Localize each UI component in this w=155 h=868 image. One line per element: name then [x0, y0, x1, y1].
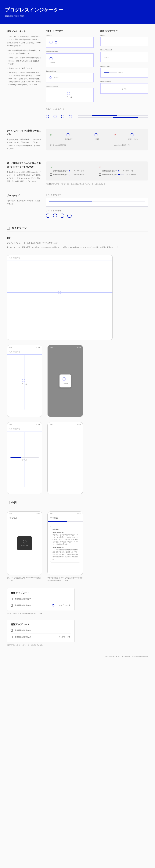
spinner-icon	[49, 57, 53, 60]
file-name: 審査用登記簿(表).pdf	[15, 629, 31, 631]
placement-mockup-large: 待受件名	[7, 255, 113, 340]
spinner-stacked-sample: ラベル	[46, 53, 94, 67]
upload-row: 審査用登記簿(表).pdf	[11, 628, 70, 633]
guide-text: プログレスインジケーターは全体の中心に対して中心に配置します。	[7, 242, 148, 245]
tos-title: 利用規約	[53, 528, 78, 530]
upload-card-linear: 書類アップロード 審査用登記簿(表).pdf 審査用登記簿(表).pdfアップロ…	[7, 620, 74, 642]
file-status: アップロード中	[74, 174, 84, 176]
file-name: 審査用登記簿 (表).pdf	[102, 170, 117, 172]
proto-label: プロトタイプビュー	[46, 194, 148, 196]
time: 9:41	[50, 424, 53, 425]
gear-icon	[9, 257, 12, 259]
rule-desc: 最もわかりやすい状態の説明は、ユーザーのアクションに対し「何のために」「何をして…	[7, 138, 41, 150]
linear-label: ラベル	[104, 56, 145, 59]
spinner-icon	[49, 76, 52, 79]
usecase-mockup-overlay: 9:41•ıl ⁵G ■ アプリ名 読み込み中	[7, 512, 42, 575]
app-name: アプリ名	[48, 516, 83, 521]
file-icon	[50, 173, 52, 176]
animation-preview	[46, 113, 148, 120]
variant-label: Spinner/Stacked	[46, 51, 94, 53]
upload-title: 書類アップロード	[11, 623, 70, 626]
file-row: 審査用登記簿 (裏).pdfアップロード中	[99, 173, 144, 176]
signal-icons: •ıl ⁵G ■	[36, 513, 40, 515]
spinner-icon	[55, 41, 57, 44]
status-bar: 9:41•ıl ⁵G ■	[7, 345, 42, 349]
upload-row: 審査用登記簿(表).pdfアップロード中	[11, 635, 70, 639]
spinner-overlay-sample: ラベル	[46, 88, 94, 102]
linear-label: ラベル	[10, 459, 39, 461]
spinner-label: ラベル	[63, 382, 68, 384]
time: 9:41	[9, 513, 12, 515]
linear-inline-sample: ラベル	[100, 68, 148, 78]
example-good-bad: ○ 読み込み中 検索中 × お待ちください アクションの状態を明確 あいまいな指…	[46, 129, 148, 150]
spinner-icon	[69, 115, 72, 118]
spinner-icon	[22, 379, 25, 382]
cross-icon: ×	[99, 166, 144, 169]
upload-card-spinner: 書類アップロード 審査用登記簿(表).pdf 審査用登記簿(表).pdfアップロ…	[7, 588, 74, 611]
upload-row: 審査用登記簿(表).pdfアップロード中	[11, 603, 70, 608]
spinner-icon	[130, 133, 134, 136]
spinner-inline-sample: ラベル	[46, 73, 94, 83]
tos-article: 第2条 (利用規約)	[53, 546, 78, 549]
app-name-text: アプリ名	[9, 517, 17, 520]
signal-icons: •ıl ⁵G ■	[36, 346, 40, 348]
app-name: アプリ名	[7, 516, 42, 521]
linear-bar	[118, 174, 124, 175]
list-item: ラベルとセットで表示できます。	[7, 67, 41, 70]
spinner-icon	[52, 604, 55, 607]
file-row: 審査用登記簿 (表).pdfアップロード中	[99, 169, 144, 173]
guide-heading: 配置	[7, 237, 148, 240]
spinner-icon	[67, 92, 70, 95]
proto-desc: Figmaのプレビューでアニメーションを確認できます。	[7, 199, 41, 206]
file-row: 審査用登記簿 (裏).pdfアップロード中	[50, 173, 95, 176]
section-header: 作例	[7, 501, 148, 506]
file-status: アップロード中	[125, 174, 136, 176]
mock-title-text: 待受件名	[13, 256, 21, 259]
spinner-label: ラベル	[54, 76, 59, 79]
check-icon: ○	[50, 166, 95, 169]
example-label: 検索中	[95, 138, 99, 140]
rule-heading: 同一の要素やアクションに異なる形のインジケーターを用いない	[7, 161, 41, 168]
status-bar: 9:41•ıl ⁵G ■	[7, 422, 42, 426]
status-bar: 9:41•ıl ⁵G ■	[48, 422, 83, 426]
time: 9:41	[9, 346, 12, 348]
list-item: スピナーもプログレスバーも何周もすることでユーザーがゴールを見失うと、ユーザーが…	[7, 71, 41, 87]
linear-bar	[104, 72, 117, 73]
loading-overlay: 読み込み中	[17, 536, 32, 550]
variant-label: Spinner/Overlay	[46, 85, 94, 87]
variant-label: Spinner/Inline	[46, 70, 94, 72]
time: 9:41	[50, 346, 53, 348]
signal-icons: •ıl ⁵G ■	[76, 346, 81, 348]
file-status: アップロード中	[74, 170, 84, 172]
example-label: 読み込み中	[65, 138, 73, 140]
creation-date: 2023年10月18日 作成	[5, 15, 150, 18]
proto-preview[interactable]	[46, 198, 148, 207]
file-icon	[11, 598, 13, 600]
rule-heading: ラベルでアクションの状態を明確にする	[7, 129, 41, 136]
check-icon: ○	[50, 133, 52, 136]
linear-bar	[49, 203, 145, 204]
placement-mockup-light: 9:41•ıl ⁵G ■ 待受件名 ラベル	[7, 345, 42, 417]
variant-label: Linear/Overlay	[100, 81, 148, 83]
linear-sample	[100, 37, 148, 46]
spinner-icon	[23, 539, 27, 544]
animation-label: アニメーションイメージ	[46, 108, 148, 110]
spinner-icon	[49, 41, 53, 44]
mock-app-title: 待受件名	[7, 349, 42, 354]
signal-icons: •ıl ⁵G ■	[76, 513, 81, 515]
upload-title: 書類アップロード	[11, 591, 70, 594]
linear-bar	[79, 115, 148, 116]
tos-article: 第1条 (利用目的)	[53, 531, 78, 534]
time: 9:41	[9, 424, 12, 425]
linear-bar	[79, 113, 148, 113]
variant-label: Linear/Inline	[100, 65, 148, 67]
proto-assets	[46, 214, 148, 218]
spinner-label: ラベル	[22, 383, 27, 385]
spinner-sample	[46, 37, 94, 48]
section-title: ガイドライン	[11, 226, 27, 230]
linear-bar	[47, 637, 57, 637]
file-row: 審査用登記簿 (表).pdfアップロード中	[50, 169, 95, 173]
center-guides	[7, 260, 113, 324]
linear-stacked-sample: ラベル	[100, 52, 148, 62]
example-label: お待ちください	[128, 138, 138, 140]
